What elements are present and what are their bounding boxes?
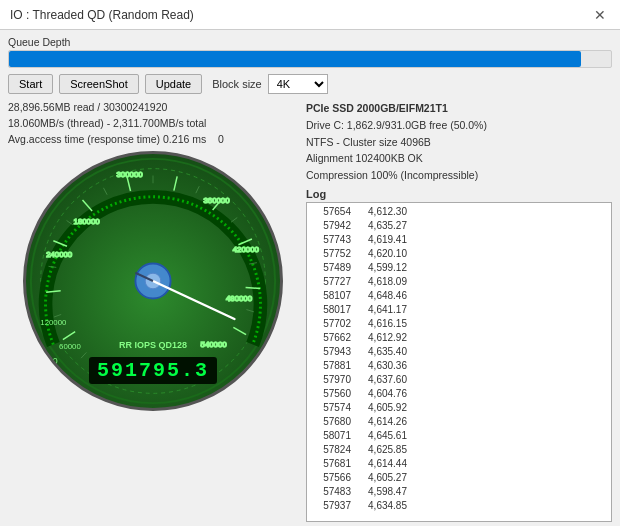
svg-text:360000: 360000 xyxy=(203,196,230,205)
left-panel: 28,896.56MB read / 30300241920 18.060MB/… xyxy=(8,100,298,526)
svg-text:120000: 120000 xyxy=(40,318,67,327)
svg-text:480000: 480000 xyxy=(226,294,253,303)
log-row: 57574 4,605.92 xyxy=(311,401,607,415)
block-size-select[interactable]: 4K 8K 16K 64K 128K 512K 1M xyxy=(268,74,328,94)
svg-line-37 xyxy=(153,281,234,319)
screenshot-button[interactable]: ScreenShot xyxy=(59,74,138,94)
svg-text:60000: 60000 xyxy=(59,343,81,352)
log-row: 57560 4,604.76 xyxy=(311,387,607,401)
svg-line-26 xyxy=(103,188,107,195)
log-id: 57681 xyxy=(311,457,351,471)
svg-line-31 xyxy=(246,310,253,312)
svg-line-8 xyxy=(82,200,92,211)
svg-line-20 xyxy=(233,328,246,335)
log-val: 4,635.27 xyxy=(357,219,407,233)
log-id: 57566 xyxy=(311,471,351,485)
log-row: 57566 4,605.27 xyxy=(311,471,607,485)
svg-line-22 xyxy=(81,353,86,359)
log-val: 4,618.09 xyxy=(357,275,407,289)
stats-text: 28,896.56MB read / 30300241920 18.060MB/… xyxy=(8,100,298,147)
svg-line-18 xyxy=(246,288,261,289)
log-val: 4,625.85 xyxy=(357,443,407,457)
log-row: 57680 4,614.26 xyxy=(311,415,607,429)
log-val: 4,598.47 xyxy=(357,485,407,499)
log-val: 4,604.76 xyxy=(357,387,407,401)
svg-text:240000: 240000 xyxy=(46,250,73,259)
start-button[interactable]: Start xyxy=(8,74,53,94)
log-val: 4,620.10 xyxy=(357,247,407,261)
gauge-label: RR IOPS QD128 xyxy=(119,340,187,350)
log-row: 57727 4,618.09 xyxy=(311,275,607,289)
log-container[interactable]: 57654 4,612.30 57942 4,635.27 57743 4,61… xyxy=(306,202,612,522)
log-id: 58107 xyxy=(311,289,351,303)
close-button[interactable]: ✕ xyxy=(590,7,610,23)
update-button[interactable]: Update xyxy=(145,74,202,94)
title-bar: IO : Threaded QD (Random Read) ✕ xyxy=(0,0,620,30)
log-label: Log xyxy=(306,188,612,200)
block-size-label: Block size xyxy=(212,78,262,90)
log-id: 57752 xyxy=(311,247,351,261)
queue-depth-bar xyxy=(8,50,612,68)
stat-line2: 18.060MB/s (thread) - 2,311.700MB/s tota… xyxy=(8,116,298,132)
main-content: Queue Depth Start ScreenShot Update Bloc… xyxy=(0,30,620,526)
log-id: 57937 xyxy=(311,499,351,513)
log-val: 4,599.12 xyxy=(357,261,407,275)
log-id: 57881 xyxy=(311,359,351,373)
svg-text:540000: 540000 xyxy=(201,341,228,350)
log-id: 57942 xyxy=(311,219,351,233)
log-val: 4,619.41 xyxy=(357,233,407,247)
log-id: 58017 xyxy=(311,303,351,317)
svg-line-12 xyxy=(174,177,177,191)
drive-line4: Compression 100% (Incompressible) xyxy=(306,167,612,184)
log-val: 4,605.27 xyxy=(357,471,407,485)
log-row: 57702 4,616.15 xyxy=(311,317,607,331)
log-id: 58071 xyxy=(311,429,351,443)
log-val: 4,612.30 xyxy=(357,205,407,219)
log-id: 57662 xyxy=(311,331,351,345)
log-id: 57970 xyxy=(311,373,351,387)
svg-text:420000: 420000 xyxy=(233,245,260,254)
log-val: 4,614.44 xyxy=(357,457,407,471)
log-val: 4,648.46 xyxy=(357,289,407,303)
gauge: 0 180000 240000 300000 xyxy=(23,151,283,411)
log-row: 57662 4,612.92 xyxy=(311,331,607,345)
drive-title: PCIe SSD 2000GB/EIFM21T1 xyxy=(306,100,612,117)
log-id: 57824 xyxy=(311,443,351,457)
log-val: 4,614.26 xyxy=(357,415,407,429)
log-val: 4,630.36 xyxy=(357,359,407,373)
log-id: 57680 xyxy=(311,415,351,429)
log-row: 57970 4,637.60 xyxy=(311,373,607,387)
drive-line1: Drive C: 1,862.9/931.0GB free (50.0%) xyxy=(306,117,612,134)
drive-info: PCIe SSD 2000GB/EIFM21T1 Drive C: 1,862.… xyxy=(306,100,612,184)
svg-line-4 xyxy=(63,332,75,340)
svg-line-25 xyxy=(67,221,73,225)
svg-text:180000: 180000 xyxy=(74,218,101,227)
svg-line-23 xyxy=(54,315,61,318)
log-id: 57943 xyxy=(311,345,351,359)
log-row: 57681 4,614.44 xyxy=(311,457,607,471)
log-row: 57752 4,620.10 xyxy=(311,247,607,261)
log-val: 4,637.60 xyxy=(357,373,407,387)
log-row: 58071 4,645.61 xyxy=(311,429,607,443)
log-row: 57943 4,635.40 xyxy=(311,345,607,359)
log-id: 57743 xyxy=(311,233,351,247)
log-val: 4,641.17 xyxy=(357,303,407,317)
log-id: 57483 xyxy=(311,485,351,499)
window-title: IO : Threaded QD (Random Read) xyxy=(10,8,194,22)
log-row: 57743 4,619.41 xyxy=(311,233,607,247)
log-id: 57489 xyxy=(311,261,351,275)
log-row: 58017 4,641.17 xyxy=(311,303,607,317)
log-row: 58107 4,648.46 xyxy=(311,289,607,303)
log-row: 57654 4,612.30 xyxy=(311,205,607,219)
log-val: 4,605.92 xyxy=(357,401,407,415)
log-row: 57489 4,599.12 xyxy=(311,261,607,275)
svg-text:300000: 300000 xyxy=(117,171,144,180)
log-row: 57937 4,634.85 xyxy=(311,499,607,513)
log-row: 57824 4,625.85 xyxy=(311,443,607,457)
right-panel: PCIe SSD 2000GB/EIFM21T1 Drive C: 1,862.… xyxy=(306,100,612,526)
stat-line3: Avg.access time (response time) 0.216 ms… xyxy=(8,132,298,148)
log-id: 57702 xyxy=(311,317,351,331)
queue-depth-label: Queue Depth xyxy=(8,36,612,48)
queue-depth-fill xyxy=(9,51,581,67)
log-id: 57727 xyxy=(311,275,351,289)
